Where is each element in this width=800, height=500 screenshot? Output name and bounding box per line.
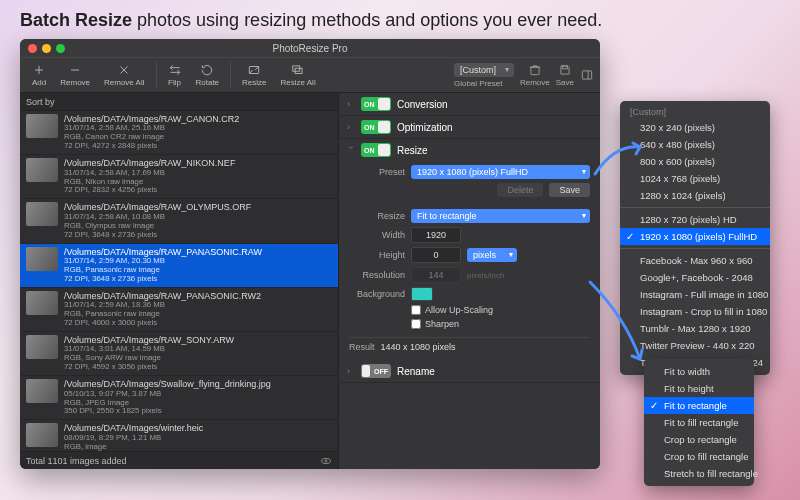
global-preset-select[interactable]: [Custom]: [454, 63, 514, 77]
section-rename[interactable]: › Rename: [339, 360, 600, 383]
section-resize[interactable]: › Resize: [339, 139, 600, 161]
resolution-input: [411, 267, 461, 283]
preset-item[interactable]: 1280 x 720 (pixels) HD: [620, 211, 770, 228]
section-optimization[interactable]: › Optimization: [339, 116, 600, 139]
flip-button[interactable]: Flip: [162, 61, 188, 89]
svg-point-6: [322, 458, 331, 463]
resize-all-button[interactable]: Resize All: [275, 61, 322, 89]
file-row[interactable]: /Volumes/DATA/Images/RAW_PANASONIC.RW231…: [20, 288, 338, 332]
thumbnail: [26, 114, 58, 138]
add-button[interactable]: Add: [26, 61, 52, 89]
svg-rect-4: [563, 66, 568, 69]
rename-toggle[interactable]: [361, 364, 391, 378]
thumbnail: [26, 379, 58, 403]
optimization-toggle[interactable]: [361, 120, 391, 134]
svg-point-7: [325, 460, 327, 462]
fit-option[interactable]: Fit to rectangle: [644, 397, 754, 414]
fit-option[interactable]: Fit to width: [644, 363, 754, 380]
thumbnail: [26, 335, 58, 359]
file-row[interactable]: /Volumes/DATA/Images/RAW_NIKON.NEF31/07/…: [20, 155, 338, 199]
thumbnail: [26, 202, 58, 226]
toolbar: Add Remove Remove All Flip Rotate Resize…: [20, 57, 600, 93]
thumbnail: [26, 158, 58, 182]
file-path: /Volumes/DATA/Images/Swallow_flying_drin…: [64, 379, 271, 389]
preset-item[interactable]: 1280 x 1024 (pixels): [620, 187, 770, 204]
fit-option[interactable]: Fit to fill rectangle: [644, 414, 754, 431]
sidebar-toggle-icon[interactable]: [580, 68, 594, 82]
svg-rect-5: [582, 71, 591, 79]
resize-settings: Preset 1920 x 1080 (pixels) FullHD Delet…: [339, 161, 600, 360]
background-color-swatch[interactable]: [411, 287, 433, 301]
app-window: PhotoResize Pro Add Remove Remove All Fl…: [20, 39, 600, 469]
minimize-icon[interactable]: [42, 44, 51, 53]
preset-save-icon[interactable]: [558, 63, 572, 77]
save-preset-button[interactable]: Save: [549, 183, 590, 197]
preset-remove-icon[interactable]: [528, 63, 542, 77]
titlebar: PhotoResize Pro: [20, 39, 600, 57]
sort-by-header[interactable]: Sort by: [20, 93, 338, 111]
fit-option[interactable]: Crop to rectangle: [644, 431, 754, 448]
result-dimensions: 1440 x 1080 pixels: [381, 342, 456, 352]
settings-panel: › Conversion › Optimization › Resize Pre: [339, 93, 600, 469]
file-list[interactable]: /Volumes/DATA/Images/RAW_CANON.CR231/07/…: [20, 111, 338, 451]
global-preset-label: Global Preset: [454, 79, 502, 88]
fit-option[interactable]: Fit to height: [644, 380, 754, 397]
sharpen-checkbox[interactable]: Sharpen: [411, 319, 459, 329]
height-input[interactable]: [411, 247, 461, 263]
resize-toggle[interactable]: [361, 143, 391, 157]
delete-preset-button: Delete: [497, 183, 543, 197]
remove-all-button[interactable]: Remove All: [98, 61, 150, 89]
resize-button[interactable]: Resize: [236, 61, 272, 89]
file-row[interactable]: /Volumes/DATA/Images/RAW_PANASONIC.RAW31…: [20, 244, 338, 288]
section-conversion[interactable]: › Conversion: [339, 93, 600, 116]
preset-item[interactable]: 320 x 240 (pixels): [620, 119, 770, 136]
chevron-right-icon: ›: [347, 366, 355, 376]
fullscreen-icon[interactable]: [56, 44, 65, 53]
file-row[interactable]: /Volumes/DATA/Images/Swallow_flying_drin…: [20, 376, 338, 420]
resize-preset-select[interactable]: 1920 x 1080 (pixels) FullHD: [411, 165, 590, 179]
thumbnail: [26, 423, 58, 447]
annotation-arrow-icon: [590, 139, 650, 179]
annotation-arrow-icon: [585, 277, 650, 367]
file-path: /Volumes/DATA/Images/RAW_NIKON.NEF: [64, 158, 235, 168]
headline: Batch Resize photos using resizing metho…: [0, 0, 800, 39]
file-row[interactable]: /Volumes/DATA/Images/winter.heic08/09/19…: [20, 420, 338, 451]
preset-item[interactable]: Facebook - Max 960 x 960: [620, 252, 770, 269]
close-icon[interactable]: [28, 44, 37, 53]
file-row[interactable]: /Volumes/DATA/Images/RAW_SONY.ARW31/07/1…: [20, 332, 338, 376]
resize-mode-select[interactable]: Fit to rectangle: [411, 209, 590, 223]
fit-mode-popover[interactable]: Fit to widthFit to heightFit to rectangl…: [644, 359, 754, 486]
rotate-button[interactable]: Rotate: [190, 61, 226, 89]
chevron-down-icon: ›: [346, 146, 356, 154]
svg-rect-3: [531, 67, 539, 75]
preview-toggle-icon[interactable]: [320, 455, 332, 467]
thumbnail: [26, 247, 58, 271]
allow-upscaling-checkbox[interactable]: Allow Up-Scaling: [411, 305, 493, 315]
file-row[interactable]: /Volumes/DATA/Images/RAW_CANON.CR231/07/…: [20, 111, 338, 155]
fit-option[interactable]: Crop to fill rectangle: [644, 448, 754, 465]
preset-item[interactable]: 1920 x 1080 (pixels) FullHD: [620, 228, 770, 245]
width-input[interactable]: [411, 227, 461, 243]
chevron-right-icon: ›: [347, 99, 355, 109]
chevron-right-icon: ›: [347, 122, 355, 132]
units-select[interactable]: pixels: [467, 248, 517, 262]
fit-option[interactable]: Stretch to fill rectangle: [644, 465, 754, 482]
conversion-toggle[interactable]: [361, 97, 391, 111]
window-title: PhotoResize Pro: [272, 43, 347, 54]
remove-button[interactable]: Remove: [54, 61, 96, 89]
total-count: Total 1101 images added: [20, 451, 338, 469]
file-row[interactable]: /Volumes/DATA/Images/RAW_OLYMPUS.ORF31/0…: [20, 199, 338, 243]
thumbnail: [26, 291, 58, 315]
